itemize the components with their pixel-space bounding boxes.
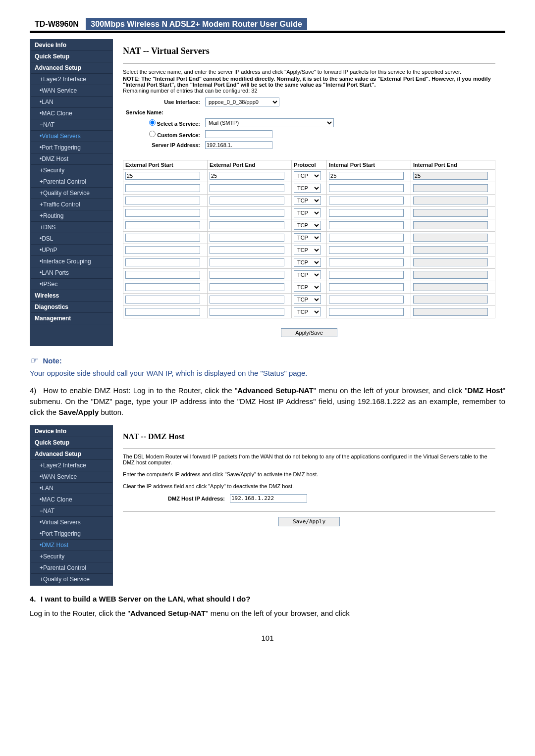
port-input[interactable]	[125, 296, 200, 303]
port-input[interactable]	[210, 308, 284, 316]
port-input[interactable]	[210, 258, 284, 266]
protocol-select[interactable]: TCP	[294, 184, 321, 193]
table-row: TCP	[123, 306, 495, 318]
sidebar-item[interactable]: −NAT	[31, 505, 112, 517]
protocol-select[interactable]: TCP	[294, 196, 321, 205]
sidebar-item[interactable]: Device Info	[31, 40, 112, 51]
custom-service-radio[interactable]	[149, 131, 156, 137]
sidebar-item[interactable]: •DMZ Host	[31, 153, 112, 165]
sidebar-item[interactable]: •MAC Clone	[31, 108, 112, 119]
port-input[interactable]	[125, 172, 200, 180]
select-service-dropdown[interactable]: Mail (SMTP)	[205, 118, 334, 127]
sidebar-item[interactable]: Quick Setup	[31, 437, 112, 449]
apply-save-button[interactable]: Apply/Save	[281, 328, 337, 337]
protocol-select[interactable]: TCP	[294, 233, 321, 242]
port-input[interactable]	[329, 246, 404, 254]
port-input[interactable]	[329, 209, 404, 217]
protocol-select[interactable]: TCP	[294, 208, 321, 217]
sidebar-item[interactable]: •IPSec	[31, 279, 112, 290]
sidebar-item[interactable]: •DSL	[31, 233, 112, 245]
custom-service-input[interactable]	[205, 130, 272, 138]
sidebar-item[interactable]: +DNS	[31, 222, 112, 233]
port-input[interactable]	[210, 246, 284, 254]
sidebar-item[interactable]: •LAN	[31, 97, 112, 108]
port-input[interactable]	[329, 283, 404, 291]
sidebar-item[interactable]: Diagnostics	[31, 302, 112, 313]
protocol-select[interactable]: TCP	[294, 283, 321, 292]
sidebar-item[interactable]: Advanced Setup	[31, 449, 112, 460]
sidebar-item[interactable]: +Security	[31, 165, 112, 176]
sidebar-item[interactable]: +Parental Control	[31, 562, 112, 574]
sidebar-item[interactable]: •Interface Grouping	[31, 256, 112, 267]
sidebar-item[interactable]: +Layer2 Interface	[31, 74, 112, 85]
sidebar-item[interactable]: •WAN Service	[31, 85, 112, 97]
sidebar-item[interactable]: +Layer2 Interface	[31, 460, 112, 471]
sidebar-item[interactable]: +Security	[31, 551, 112, 562]
sidebar-item[interactable]: Quick Setup	[31, 51, 112, 62]
sidebar-item[interactable]: +Quality of Service	[31, 574, 112, 585]
port-input[interactable]	[125, 271, 200, 279]
select-service-radio[interactable]	[149, 119, 156, 126]
port-input[interactable]	[210, 209, 284, 217]
protocol-select[interactable]: TCP	[294, 221, 321, 230]
protocol-select[interactable]: TCP	[294, 258, 321, 267]
port-input[interactable]	[125, 246, 200, 254]
sidebar-item[interactable]: +Traffic Control	[31, 199, 112, 210]
port-input[interactable]	[125, 221, 200, 229]
port-input[interactable]	[329, 197, 404, 204]
protocol-select[interactable]: TCP	[294, 246, 321, 254]
port-input[interactable]	[210, 234, 284, 242]
sidebar-item[interactable]: Advanced Setup	[31, 62, 112, 74]
sidebar-item[interactable]: +Quality of Service	[31, 188, 112, 199]
note-hand-icon: ☞	[30, 355, 38, 365]
sidebar-item[interactable]: •LAN	[31, 483, 112, 494]
sidebar-item[interactable]: •WAN Service	[31, 471, 112, 483]
port-input[interactable]	[210, 283, 284, 291]
sidebar-item[interactable]: Management	[31, 313, 112, 324]
port-input	[413, 271, 488, 279]
protocol-select[interactable]: TCP	[294, 171, 321, 180]
sidebar-item[interactable]: −NAT	[31, 119, 112, 131]
port-input[interactable]	[210, 221, 284, 229]
port-input[interactable]	[125, 308, 200, 316]
sidebar-item[interactable]: •Port Triggering	[31, 142, 112, 153]
port-input[interactable]	[210, 271, 284, 279]
sidebar-item[interactable]: +Routing	[31, 210, 112, 222]
sidebar-item[interactable]: •Virtual Servers	[31, 131, 112, 142]
table-row: TCP	[123, 256, 495, 269]
port-input[interactable]	[125, 258, 200, 266]
port-input[interactable]	[125, 283, 200, 291]
port-input[interactable]	[125, 184, 200, 192]
sidebar-item[interactable]: •Virtual Servers	[31, 517, 112, 528]
server-ip-input[interactable]	[205, 141, 272, 149]
port-input[interactable]	[329, 234, 404, 242]
sidebar-item[interactable]: •Port Triggering	[31, 528, 112, 540]
protocol-select[interactable]: TCP	[294, 270, 321, 279]
port-input[interactable]	[210, 197, 284, 204]
use-interface-select[interactable]: pppoe_0_0_38/ppp0	[205, 98, 279, 106]
sidebar-item[interactable]: Wireless	[31, 290, 112, 302]
port-input[interactable]	[125, 197, 200, 204]
port-input[interactable]	[210, 184, 284, 192]
dmz-ip-input[interactable]	[230, 494, 307, 503]
sidebar-item[interactable]: •MAC Clone	[31, 494, 112, 505]
sidebar-item[interactable]: Device Info	[31, 426, 112, 437]
port-input[interactable]	[210, 296, 284, 303]
protocol-select[interactable]: TCP	[294, 307, 321, 316]
port-input[interactable]	[329, 296, 404, 303]
dmz-save-apply-button[interactable]: Save/Apply	[278, 517, 340, 526]
port-input[interactable]	[125, 234, 200, 242]
sidebar-item[interactable]: •UPnP	[31, 245, 112, 256]
port-input[interactable]	[329, 308, 404, 316]
port-input[interactable]	[329, 172, 404, 180]
port-input[interactable]	[329, 184, 404, 192]
port-input[interactable]	[329, 271, 404, 279]
sidebar-item[interactable]: •DMZ Host	[31, 540, 112, 551]
port-input[interactable]	[210, 172, 284, 180]
port-input[interactable]	[329, 221, 404, 229]
port-input[interactable]	[125, 209, 200, 217]
sidebar-item[interactable]: +Parental Control	[31, 176, 112, 188]
protocol-select[interactable]: TCP	[294, 295, 321, 304]
sidebar-item[interactable]: •LAN Ports	[31, 267, 112, 279]
port-input[interactable]	[329, 258, 404, 266]
